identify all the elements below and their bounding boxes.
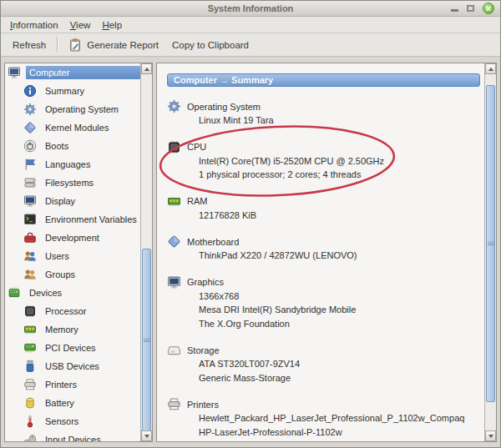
diamond-icon	[167, 234, 181, 249]
sidebar-item-summary[interactable]: Summary	[5, 82, 140, 100]
printer-icon	[167, 397, 181, 411]
sidebar-item-label: Groups	[42, 268, 78, 281]
input-icon	[23, 433, 37, 441]
scroll-up-icon[interactable]	[141, 63, 152, 74]
summary-scrollbar[interactable]	[484, 63, 496, 441]
sidebar-item-label: Languages	[42, 158, 94, 171]
toolbar: RefreshGenerate ReportCopy to Clipboard	[1, 33, 500, 57]
sidebar-item-label: Users	[42, 249, 73, 263]
sidebar-panel: ComputerSummaryOperating SystemKernel Mo…	[4, 63, 153, 442]
summary-scrollbar-thumb[interactable]	[486, 85, 495, 402]
section-value: ThinkPad X220 / 42872WU (LENOVO)	[199, 249, 484, 263]
scroll-down-icon[interactable]	[485, 430, 496, 441]
sidebar-item-environment-variables[interactable]: Environment Variables	[5, 210, 140, 229]
sidebar-item-pci-devices[interactable]: PCI Devices	[5, 339, 140, 357]
chip-green-icon	[8, 286, 21, 300]
sidebar-item-computer[interactable]: Computer	[5, 63, 140, 82]
toolbar-separator	[57, 37, 58, 53]
sidebar-item-boots[interactable]: Boots	[5, 137, 140, 155]
generate-report-button[interactable]: Generate Report	[62, 36, 165, 54]
sidebar-item-operating-system[interactable]: Operating System	[5, 100, 140, 118]
sidebar-item-development[interactable]: Development	[5, 229, 140, 247]
scroll-up-icon[interactable]	[485, 63, 496, 74]
sidebar-item-filesystems[interactable]: Filesystems	[5, 174, 140, 192]
sidebar-item-label: Filesystems	[42, 176, 97, 189]
window-controls	[451, 1, 494, 16]
sidebar-item-devices[interactable]: Devices	[5, 284, 140, 302]
section-values: Intel(R) Core(TM) i5-2520M CPU @ 2.50GHz…	[199, 154, 484, 182]
section-title: Operating System	[187, 102, 261, 112]
sidebar-item-label: Display	[42, 194, 78, 208]
sidebar-item-label: Operating System	[42, 103, 122, 116]
section-title: Printers	[187, 400, 219, 410]
monitor-icon	[167, 275, 181, 289]
section-values: ThinkPad X220 / 42872WU (LENOVO)	[199, 249, 484, 263]
sidebar-item-label: Processor	[42, 305, 90, 318]
sidebar-item-label: PCI Devices	[42, 341, 99, 355]
sidebar-scrollbar[interactable]	[140, 63, 152, 441]
section-values: Linux Mint 19 Tara	[199, 113, 484, 128]
sidebar-item-label: Kernel Modules	[42, 121, 112, 134]
sidebar-item-memory[interactable]: Memory	[5, 320, 140, 339]
section-values: 12176828 KiB	[199, 209, 484, 223]
sidebar-item-battery[interactable]: Battery	[5, 394, 140, 412]
sidebar-item-groups[interactable]: Groups	[5, 265, 140, 284]
pci-icon	[23, 341, 37, 355]
copy-to-clipboard-button[interactable]: Copy to Clipboard	[165, 38, 256, 53]
minimize-icon[interactable]	[451, 9, 458, 12]
toolbar-button-label: Copy to Clipboard	[172, 40, 249, 50]
section-cpu: CPUIntel(R) Core(TM) i5-2520M CPU @ 2.50…	[167, 140, 484, 182]
section-title: Graphics	[187, 277, 224, 287]
section-value: ATA ST320LT007-9ZV14	[199, 357, 484, 371]
menubar: InformationViewHelp	[1, 17, 500, 33]
section-storage: StorageATA ST320LT007-9ZV14Generic Mass-…	[167, 343, 484, 385]
summary-content: Computer → Summary Operating SystemLinux…	[157, 63, 484, 441]
section-printers: PrintersHewlett_Packard_HP_LaserJet_Prof…	[167, 397, 484, 439]
section-header: RAM	[167, 194, 484, 209]
section-value: Hewlett_Packard_HP_LaserJet_Professional…	[199, 411, 484, 425]
section-value: Intel(R) Core(TM) i5-2520M CPU @ 2.50GHz	[199, 154, 484, 169]
sidebar-item-sensors[interactable]: Sensors	[5, 412, 140, 430]
sidebar-scrollbar-thumb[interactable]	[142, 249, 151, 432]
sidebar-item-label: Summary	[42, 84, 88, 98]
section-motherboard: MotherboardThinkPad X220 / 42872WU (LENO…	[167, 234, 484, 263]
ram-icon	[167, 194, 181, 209]
section-header: Motherboard	[167, 234, 484, 249]
toolbar-button-label: Generate Report	[87, 40, 159, 50]
section-value: 1 physical processor; 2 cores; 4 threads	[199, 168, 484, 182]
sidebar-tree: ComputerSummaryOperating SystemKernel Mo…	[5, 63, 140, 441]
sidebar-item-kernel-modules[interactable]: Kernel Modules	[5, 118, 140, 137]
refresh-button[interactable]: Refresh	[6, 38, 53, 53]
usb-icon	[23, 360, 37, 373]
sidebar-item-label: USB Devices	[42, 360, 103, 373]
section-value: The X.Org Foundation	[199, 317, 484, 331]
printer-icon	[23, 378, 37, 391]
sidebar-item-display[interactable]: Display	[5, 192, 140, 210]
menu-information[interactable]: Information	[4, 18, 64, 32]
sidebar-item-input-devices[interactable]: Input Devices	[5, 430, 140, 441]
section-graphics: Graphics1366x768Mesa DRI Intel(R) Sandyb…	[167, 275, 484, 331]
section-title: Motherboard	[187, 237, 239, 247]
flag-icon	[23, 158, 37, 171]
sidebar-item-label: Boots	[42, 139, 72, 153]
section-header: Storage	[167, 343, 484, 357]
ram-icon	[23, 323, 37, 336]
close-icon[interactable]	[483, 3, 494, 14]
section-header: Operating System	[167, 99, 484, 113]
section-value: 1366x768	[199, 289, 484, 304]
sidebar-item-languages[interactable]: Languages	[5, 155, 140, 174]
sidebar-item-users[interactable]: Users	[5, 247, 140, 265]
section-value: Mesa DRI Intel(R) Sandybridge Mobile	[199, 303, 484, 317]
sidebar-item-label: Memory	[42, 323, 82, 336]
menu-view[interactable]: View	[64, 18, 97, 32]
thermometer-icon	[23, 415, 37, 428]
sidebar-item-printers[interactable]: Printers	[5, 375, 140, 394]
sidebar-item-processor[interactable]: Processor	[5, 302, 140, 320]
info-icon	[23, 84, 37, 98]
window-title: System Information	[208, 3, 294, 13]
sidebar-item-usb-devices[interactable]: USB Devices	[5, 357, 140, 375]
scroll-down-icon[interactable]	[141, 430, 152, 441]
titlebar[interactable]: System Information	[1, 1, 500, 17]
restore-icon[interactable]	[467, 5, 474, 12]
menu-help[interactable]: Help	[96, 18, 128, 32]
